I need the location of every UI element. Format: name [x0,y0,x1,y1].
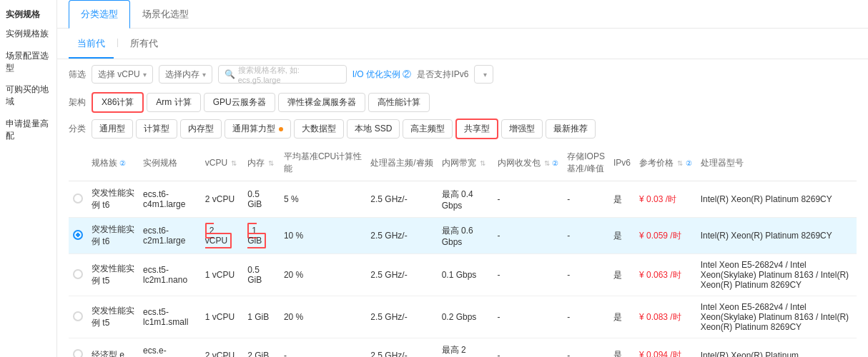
cat-bigdata[interactable]: 大数据型 [294,119,344,139]
cell-type: 突发性能实例 t5 [87,296,139,338]
cell-processor: 2.5 GHz/- [366,338,437,358]
ipv6-filter-label: 是否支持IPv6 [417,69,468,81]
col-processor-model: 处理器型号 [696,145,857,181]
table-row[interactable]: 经济型 eecs.e-c1m1.large2 vCPU2 GiB-2.5 GHz… [69,338,857,358]
cell-processor_model: Intel Xeon E5-2682v4 / Intel Xeon(Skylak… [696,296,857,338]
radio-cell[interactable] [69,218,87,254]
cell-ipv6: 是 [609,181,635,218]
table-row[interactable]: 突发性能实例 t6ecs.t6-c2m1.large2 vCPU1 GiB10 … [69,218,857,254]
cat-label: 分类 [69,123,86,135]
cell-memory: 0.5 GiB [243,254,280,296]
cell-network_pps: - [493,254,563,296]
search-input[interactable]: 🔍 搜索规格名称, 如: ecs.g5.large [218,65,347,84]
cell-avg_cpu: - [280,338,366,358]
radio-button[interactable] [73,311,83,321]
col-processor: 处理器主频/睿频 [366,145,437,181]
col-network-bw[interactable]: 内网带宽 ⇅ [438,145,493,181]
cell-network_pps: - [493,181,563,218]
sidebar: 实例规格 实例规格族 场景配置选型 可购买的地域 申请提量高配 [0,0,57,357]
sub-tab-bar: 当前代 | 所有代 [57,29,868,59]
cat-enhanced[interactable]: 增强型 [501,119,543,139]
cell-network_bw: 最高 2 Gbps [438,338,493,358]
arch-x86[interactable]: X86计算 [92,92,144,113]
cell-spec: ecs.t5-lc1m1.small [139,296,201,338]
sidebar-title: 实例规格 [6,9,51,21]
cell-network_pps: - [493,218,563,254]
sidebar-item-region[interactable]: 可购买的地域 [6,84,51,108]
cell-avg_cpu: 10 % [280,218,366,254]
radio-cell[interactable] [69,181,87,218]
ipv6-filter[interactable]: ▾ [474,65,493,84]
cell-network_bw: 最高 0.4 Gbps [438,181,493,218]
subtab-all[interactable]: 所有代 [122,34,167,53]
col-type: 规格族 ② [87,145,139,181]
cell-price: ¥ 0.03 /时 [635,181,696,218]
memory-arrow-icon: ▾ [202,71,206,79]
cell-processor: 2.5 GHz/- [366,296,437,338]
arch-bare-metal[interactable]: 弹性裸金属服务器 [278,93,365,112]
radio-button[interactable] [73,230,83,240]
cell-processor: 2.5 GHz/- [366,218,437,254]
sidebar-item-apply[interactable]: 申请提量高配 [6,118,51,142]
col-avg-cpu: 平均基准CPU计算性能 [280,145,366,181]
cell-network_pps: - [493,296,563,338]
cell-type: 突发性能实例 t6 [87,218,139,254]
cat-high-freq[interactable]: 高主频型 [403,119,453,139]
radio-cell[interactable] [69,296,87,338]
cell-avg_cpu: 20 % [280,254,366,296]
cell-storage_iops: - [563,338,609,358]
radio-cell[interactable] [69,254,87,296]
arch-gpu[interactable]: GPU云服务器 [204,93,275,112]
cat-shared[interactable]: 共享型 [455,119,498,139]
radio-cell[interactable] [69,338,87,358]
cell-avg_cpu: 20 % [280,296,366,338]
cat-general[interactable]: 通用型 [92,119,133,139]
col-price[interactable]: 参考价格 ⇅ ② [635,145,696,181]
sidebar-item-family[interactable]: 实例规格族 [6,28,51,40]
cell-storage_iops: - [563,218,609,254]
cat-memory[interactable]: 内存型 [180,119,222,139]
sidebar-item-scene[interactable]: 场景配置选型 [6,50,51,74]
cat-latest[interactable]: 最新推荐 [546,119,596,139]
cell-spec: ecs.t6-c4m1.large [139,181,201,218]
table-row[interactable]: 突发性能实例 t5ecs.t5-lc2m1.nano1 vCPU0.5 GiB2… [69,254,857,296]
arch-hpc[interactable]: 高性能计算 [368,93,430,112]
cell-storage_iops: - [563,296,609,338]
radio-button[interactable] [73,193,83,203]
cell-ipv6: 是 [609,254,635,296]
table-row[interactable]: 突发性能实例 t6ecs.t6-c4m1.large2 vCPU0.5 GiB5… [69,181,857,218]
cell-vcpu: 2 vCPU [201,181,243,218]
col-network-pps[interactable]: 内网收发包 ⇅ ② [493,145,563,181]
cell-vcpu: 2 vCPU [201,338,243,358]
cat-compute[interactable]: 计算型 [136,119,177,139]
tab-classify[interactable]: 分类选型 [69,0,130,29]
col-memory[interactable]: 内存 ⇅ [243,145,280,181]
col-spec: 实例规格 [139,145,201,181]
radio-button[interactable] [73,349,83,357]
cell-network_bw: 0.2 Gbps [438,296,493,338]
cell-memory: 1 GiB [243,218,280,254]
subtab-current[interactable]: 当前代 [69,34,114,53]
table-row[interactable]: 突发性能实例 t5ecs.t5-lc1m1.small1 vCPU1 GiB20… [69,296,857,338]
vcpu-arrow-icon: ▾ [143,71,147,79]
cell-processor_model: Intel(R) Xeon(R) Platinum 8269CY [696,181,857,218]
cat-local-ssd[interactable]: 本地 SSD [347,119,400,139]
memory-filter[interactable]: 选择内存 ▾ [159,65,212,84]
ipv6-arrow-icon: ▾ [483,71,487,79]
cell-storage_iops: - [563,181,609,218]
radio-button[interactable] [73,269,83,279]
arch-arm[interactable]: Arm 计算 [147,93,200,112]
filter-row: 筛选 选择 vCPU ▾ 选择内存 ▾ 🔍 搜索规格名称, 如: ecs.g5.… [57,59,868,89]
cell-network_bw: 最高 0.6 Gbps [438,218,493,254]
io-link[interactable]: I/O 优化实例 ② [352,69,412,81]
cell-price: ¥ 0.094 /时 [635,338,696,358]
cell-network_bw: 0.1 Gbps [438,254,493,296]
cell-processor_model: Intel(R) Xeon(R) Platinum [696,338,857,358]
cell-vcpu: 1 vCPU [201,254,243,296]
tab-scene[interactable]: 场景化选型 [130,0,201,29]
col-vcpu[interactable]: vCPU ⇅ [201,145,243,181]
cell-ipv6: 是 [609,338,635,358]
cat-general-compute[interactable]: 通用算力型 [225,119,291,139]
vcpu-filter[interactable]: 选择 vCPU ▾ [92,65,153,84]
cell-processor: 2.5 GHz/- [366,181,437,218]
